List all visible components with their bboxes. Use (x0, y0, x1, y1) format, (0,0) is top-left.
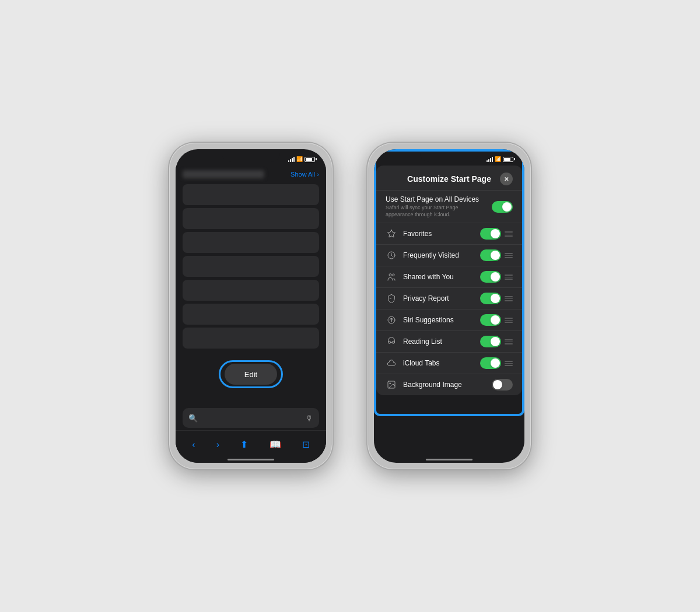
safari-toolbar: ‹ › ⬆ 📖 ⊡ (176, 430, 326, 463)
svg-point-6 (388, 342, 391, 344)
phone1-content: Show All › Edit (176, 166, 326, 463)
item-label-reading-list: Reading List (403, 337, 474, 346)
photo-icon (386, 379, 397, 391)
clock-icon (386, 249, 397, 261)
list-item (183, 328, 319, 349)
toggle-favorites[interactable] (480, 228, 501, 240)
toggle-icloud-tabs[interactable] (480, 357, 501, 369)
list-item (183, 304, 319, 325)
glasses-icon (386, 336, 397, 347)
svg-point-2 (393, 274, 394, 276)
settings-item-favorites: Favorites (376, 223, 522, 245)
share-button[interactable]: ⬆ (240, 439, 248, 450)
person-group-icon (386, 271, 397, 283)
item-label-background-image: Background Image (403, 381, 486, 389)
notch-left (222, 149, 280, 162)
edit-button[interactable]: Edit (225, 364, 277, 385)
item-label-siri-suggestions: Siri Suggestions (403, 316, 474, 324)
drag-handle-reading-list (505, 339, 513, 344)
toggle-privacy-report[interactable] (480, 293, 501, 304)
drag-handle-shared-with-you (505, 275, 513, 280)
list-item (183, 232, 319, 253)
drag-handle-privacy-report (505, 296, 513, 301)
item-label-favorites: Favorites (403, 230, 474, 238)
sync-desc: Safari will sync your Start Page appeara… (386, 205, 479, 218)
search-bar[interactable]: 🔍 🎙 (183, 408, 319, 428)
sync-toggle[interactable] (492, 201, 513, 213)
shield-icon (386, 293, 397, 304)
forward-button[interactable]: › (216, 439, 219, 450)
sync-label: Use Start Page on All Devices (386, 195, 479, 203)
settings-item-siri-suggestions: Siri Suggestions (376, 309, 522, 331)
drag-handle-siri-suggestions (505, 318, 513, 323)
item-label-icloud-tabs: iCloud Tabs (403, 359, 474, 367)
panel-header: Customize Start Page ✕ (376, 166, 522, 191)
list-item (183, 184, 319, 205)
svg-point-7 (392, 342, 394, 344)
toggle-reading-list[interactable] (480, 336, 501, 347)
svg-point-10 (390, 383, 391, 384)
list-item (183, 208, 319, 229)
search-icon: 🔍 (188, 414, 198, 423)
settings-item-privacy-report: Privacy Report (376, 288, 522, 309)
drag-handle-frequently-visited (505, 253, 513, 258)
close-button[interactable]: ✕ (500, 173, 513, 185)
content-list (176, 184, 326, 349)
drag-handle-icloud-tabs (505, 361, 513, 366)
notch-right (420, 149, 478, 162)
back-button[interactable]: ‹ (192, 439, 195, 450)
sync-row: Use Start Page on All Devices Safari wil… (376, 191, 522, 223)
toggle-background-image[interactable] (492, 379, 513, 391)
show-all-button[interactable]: Show All › (290, 171, 319, 178)
cloud-icon (386, 357, 397, 369)
siri-icon (386, 314, 397, 326)
item-label-shared-with-you: Shared with You (403, 273, 474, 281)
list-item (183, 256, 319, 277)
item-label-frequently-visited: Frequently Visited (403, 251, 474, 259)
toggle-siri-suggestions[interactable] (480, 314, 501, 326)
customize-panel: Customize Start Page ✕ Use Start Page on… (376, 166, 522, 395)
blurred-url (183, 170, 264, 178)
settings-item-frequently-visited: Frequently Visited (376, 245, 522, 266)
home-indicator-right (426, 459, 473, 460)
toggle-frequently-visited[interactable] (480, 249, 501, 261)
edit-button-ring: Edit (219, 360, 283, 388)
star-icon (386, 228, 397, 240)
phone-right: 📶 Customize Start Page ✕ Use Start Page … (368, 143, 531, 469)
settings-list: Favorites Frequently Visited (376, 223, 522, 395)
item-label-privacy-report: Privacy Report (403, 294, 474, 303)
settings-item-icloud-tabs: iCloud Tabs (376, 353, 522, 374)
settings-item-shared-with-you: Shared with You (376, 266, 522, 288)
list-item (183, 280, 319, 301)
home-indicator (228, 459, 274, 460)
settings-item-reading-list: Reading List (376, 331, 522, 353)
microphone-icon: 🎙 (306, 414, 313, 423)
phone-left: 📶 Show All › (169, 143, 332, 469)
drag-handle-favorites (505, 231, 513, 237)
panel-title: Customize Start Page (398, 174, 500, 184)
bookmarks-button[interactable]: 📖 (270, 439, 281, 450)
svg-point-1 (389, 274, 391, 276)
settings-item-background-image: Background Image (376, 374, 522, 395)
toggle-shared-with-you[interactable] (480, 271, 501, 283)
tabs-button[interactable]: ⊡ (302, 439, 310, 450)
